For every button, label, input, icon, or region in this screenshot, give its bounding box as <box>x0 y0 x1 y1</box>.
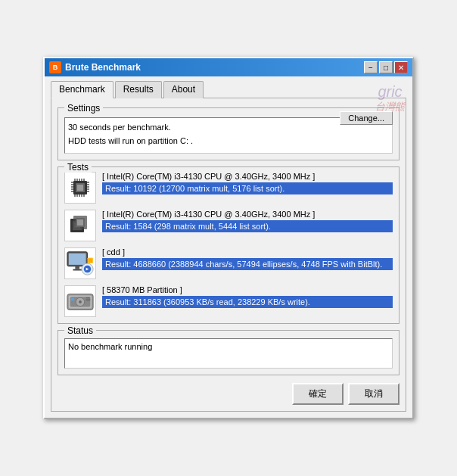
tab-benchmark[interactable]: Benchmark <box>51 81 113 98</box>
settings-label: Settings <box>64 103 103 114</box>
tests-label: Tests <box>64 162 92 173</box>
test1-info: [ Intel(R) Core(TM) i3-4130 CPU @ 3.40GH… <box>102 172 393 194</box>
svg-point-41 <box>79 300 82 303</box>
tests-group: Tests <box>58 166 399 324</box>
close-button[interactable]: ✕ <box>394 61 408 73</box>
tab-content: Settings Change... 30 seconds per benchm… <box>51 98 406 412</box>
title-bar-left: B Brute Benchmark <box>49 61 141 73</box>
test2-result: Result: 1584 (298 matrix mult, 5444 list… <box>102 220 393 232</box>
main-window: B Brute Benchmark − □ ✕ gric 台灣熊 Benchma… <box>43 57 414 419</box>
cpu2-icon <box>64 210 96 241</box>
svg-rect-32 <box>73 269 82 271</box>
svg-rect-42 <box>71 298 75 300</box>
test4-result: Result: 311863 (360953 KB/s read, 238229… <box>102 296 393 308</box>
svg-rect-30 <box>69 254 86 265</box>
bottom-buttons: 確定 取消 <box>58 381 399 405</box>
title-buttons: − □ ✕ <box>364 61 408 73</box>
test3-result: Result: 4688660 (2388944 chars/s, 57494 … <box>102 258 393 270</box>
status-value: No benchmark running <box>68 342 389 351</box>
minimize-button[interactable]: − <box>364 61 378 73</box>
test1-result: Result: 10192 (12700 matrix mult, 5176 l… <box>102 182 393 194</box>
test-item-cpu2: [ Intel(R) Core(TM) i3-4130 CPU @ 3.40GH… <box>64 210 393 241</box>
test4-info: [ 58370 MB Partition ] Result: 311863 (3… <box>102 285 393 308</box>
cpu1-icon <box>64 172 96 204</box>
test-item-cpu1: [ Intel(R) Core(TM) i3-4130 CPU @ 3.40GH… <box>64 172 393 204</box>
status-label: Status <box>64 325 96 336</box>
test4-name: [ 58370 MB Partition ] <box>102 285 393 294</box>
window-title: Brute Benchmark <box>65 62 141 73</box>
settings-group: Settings Change... 30 seconds per benchm… <box>58 107 399 160</box>
settings-line2: HDD tests will run on partition C: . <box>68 135 389 148</box>
test1-name: [ Intel(R) Core(TM) i3-4130 CPU @ 3.40GH… <box>102 172 393 181</box>
test2-info: [ Intel(R) Core(TM) i3-4130 CPU @ 3.40GH… <box>102 210 393 232</box>
title-bar: B Brute Benchmark − □ ✕ <box>45 58 412 76</box>
cpu2-svg <box>68 213 92 238</box>
ok-button[interactable]: 確定 <box>292 383 344 405</box>
test3-name: [ cdd ] <box>102 247 393 257</box>
maximize-button[interactable]: □ <box>379 61 393 73</box>
svg-rect-28 <box>77 219 83 226</box>
test2-name: [ Intel(R) Core(TM) i3-4130 CPU @ 3.40GH… <box>102 210 393 219</box>
tab-results[interactable]: Results <box>115 81 162 98</box>
status-text: No benchmark running <box>64 338 393 369</box>
display-svg <box>66 249 95 278</box>
svg-rect-31 <box>75 266 79 269</box>
svg-rect-2 <box>77 185 83 191</box>
app-icon: B <box>49 61 61 73</box>
test-item-hdd: [ 58370 MB Partition ] Result: 311863 (3… <box>64 285 393 317</box>
cpu1-svg <box>68 176 92 200</box>
test-item-display: [ cdd ] Result: 4688660 (2388944 chars/s… <box>64 247 393 279</box>
test3-info: [ cdd ] Result: 4688660 (2388944 chars/s… <box>102 247 393 270</box>
hdd-icon <box>64 285 96 317</box>
tabs-container: Benchmark Results About <box>51 81 406 98</box>
tab-about[interactable]: About <box>163 81 204 98</box>
svg-rect-36 <box>88 258 92 263</box>
status-group: Status No benchmark running <box>58 330 399 375</box>
hdd-svg <box>66 287 95 316</box>
change-button[interactable]: Change... <box>340 111 393 125</box>
cancel-button[interactable]: 取消 <box>348 383 399 405</box>
window-body: gric 台灣熊 Benchmark Results About Setting… <box>45 76 412 418</box>
display-icon <box>64 247 96 279</box>
